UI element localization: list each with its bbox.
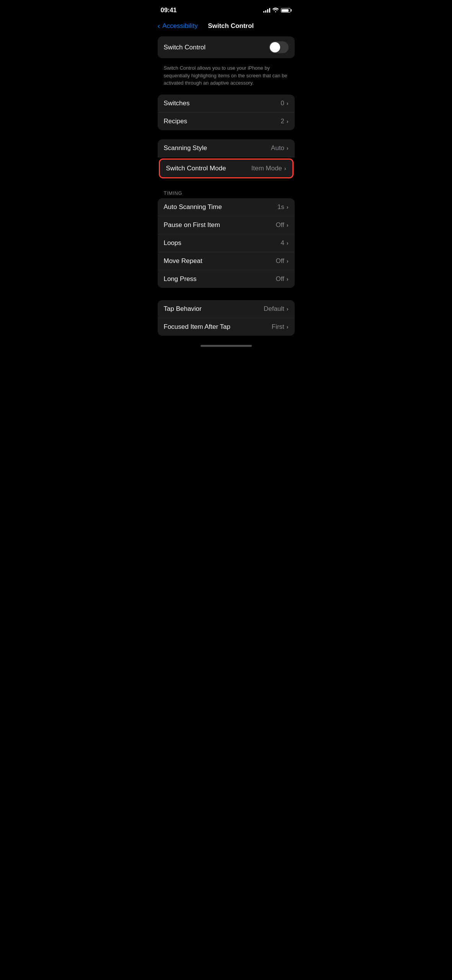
home-indicator (152, 342, 301, 350)
auto-scanning-time-chevron-icon: › (287, 204, 289, 210)
long-press-right: Off › (276, 275, 288, 283)
back-chevron-icon: ‹ (158, 21, 160, 30)
switch-control-mode-highlight: Switch Control Mode Item Mode › (159, 158, 294, 178)
move-repeat-chevron-icon: › (287, 258, 289, 264)
focused-item-after-tap-row[interactable]: Focused Item After Tap First › (158, 318, 295, 336)
focused-item-after-tap-value: First (272, 323, 284, 331)
recipes-right: 2 › (281, 118, 288, 125)
switches-label: Switches (164, 100, 190, 107)
long-press-row[interactable]: Long Press Off › (158, 270, 295, 288)
nav-header: ‹ Accessibility Switch Control (152, 18, 301, 36)
auto-scanning-time-right: 1s › (277, 203, 289, 211)
tap-behavior-right: Default › (264, 305, 289, 313)
recipes-chevron-icon: › (287, 118, 289, 124)
scanning-style-group: Scanning Style Auto › Switch Control Mod… (158, 139, 295, 180)
timing-section-label: TIMING (158, 187, 295, 198)
switch-control-label: Switch Control (164, 44, 206, 51)
switches-chevron-icon: › (287, 100, 289, 106)
switches-row[interactable]: Switches 0 › (158, 95, 295, 113)
auto-scanning-time-row[interactable]: Auto Scanning Time 1s › (158, 198, 295, 216)
status-time: 09:41 (161, 7, 177, 14)
status-bar: 09:41 (152, 0, 301, 18)
long-press-value: Off (276, 275, 284, 283)
move-repeat-row[interactable]: Move Repeat Off › (158, 252, 295, 270)
home-bar (201, 345, 252, 347)
auto-scanning-time-label: Auto Scanning Time (164, 203, 222, 211)
switch-control-mode-label: Switch Control Mode (166, 165, 226, 172)
move-repeat-label: Move Repeat (164, 257, 202, 265)
focused-item-after-tap-chevron-icon: › (287, 324, 289, 330)
pause-on-first-item-row[interactable]: Pause on First Item Off › (158, 216, 295, 234)
battery-icon (281, 8, 292, 13)
pause-on-first-item-value: Off (276, 221, 284, 229)
recipes-label: Recipes (164, 118, 187, 125)
focused-item-after-tap-label: Focused Item After Tap (164, 323, 231, 331)
recipes-value: 2 (281, 118, 284, 125)
tap-behavior-label: Tap Behavior (164, 305, 202, 313)
loops-label: Loops (164, 239, 181, 247)
long-press-label: Long Press (164, 275, 197, 283)
scanning-style-row[interactable]: Scanning Style Auto › (158, 139, 295, 157)
pause-on-first-item-right: Off › (276, 221, 288, 229)
auto-scanning-time-value: 1s (277, 203, 284, 211)
loops-chevron-icon: › (287, 240, 289, 246)
toggle-knob (270, 42, 280, 52)
timing-group: Auto Scanning Time 1s › Pause on First I… (158, 198, 295, 288)
focused-item-after-tap-right: First › (272, 323, 289, 331)
back-label: Accessibility (162, 22, 198, 30)
move-repeat-right: Off › (276, 257, 288, 265)
pause-on-first-item-chevron-icon: › (287, 222, 289, 228)
tap-behavior-value: Default (264, 305, 284, 313)
signal-icon (263, 8, 270, 13)
switch-control-mode-value: Item Mode (251, 165, 282, 172)
scanning-style-right: Auto › (271, 144, 289, 152)
back-button[interactable]: ‹ Accessibility (158, 21, 198, 30)
switch-control-toggle[interactable] (269, 41, 289, 53)
move-repeat-value: Off (276, 257, 284, 265)
loops-right: 4 › (281, 239, 288, 247)
long-press-chevron-icon: › (287, 276, 289, 282)
switches-right: 0 › (281, 100, 288, 107)
scanning-style-chevron-icon: › (287, 145, 289, 151)
tap-behavior-chevron-icon: › (287, 306, 289, 312)
switch-control-mode-row[interactable]: Switch Control Mode Item Mode › (160, 160, 292, 177)
pause-on-first-item-label: Pause on First Item (164, 221, 220, 229)
tap-behavior-group: Tap Behavior Default › Focused Item Afte… (158, 300, 295, 336)
page-title: Switch Control (198, 22, 264, 30)
scanning-style-label: Scanning Style (164, 144, 207, 152)
recipes-row[interactable]: Recipes 2 › (158, 113, 295, 130)
status-icons (263, 7, 292, 13)
switch-control-mode-chevron-icon: › (284, 165, 286, 172)
switches-value: 0 (281, 100, 284, 107)
loops-value: 4 (281, 239, 284, 247)
switch-control-mode-highlight-wrapper: Switch Control Mode Item Mode › (158, 157, 295, 180)
content: Switch Control Switch Control allows you… (152, 36, 301, 336)
loops-row[interactable]: Loops 4 › (158, 234, 295, 252)
tap-behavior-row[interactable]: Tap Behavior Default › (158, 300, 295, 318)
switch-control-mode-right: Item Mode › (251, 165, 286, 172)
switch-control-toggle-group: Switch Control (158, 36, 295, 58)
switch-control-description: Switch Control allows you to use your iP… (158, 61, 295, 95)
wifi-icon (273, 7, 279, 13)
switches-recipes-group: Switches 0 › Recipes 2 › (158, 95, 295, 130)
switch-control-row[interactable]: Switch Control (158, 36, 295, 58)
scanning-style-value: Auto (271, 144, 284, 152)
